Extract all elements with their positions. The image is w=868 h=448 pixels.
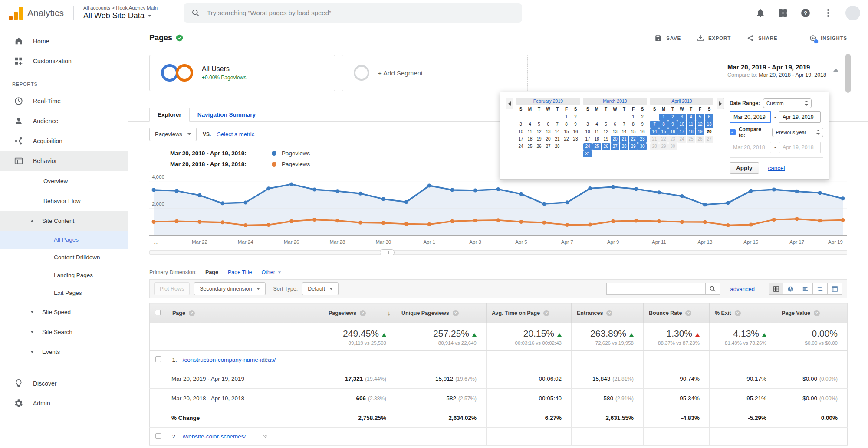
help-icon[interactable]: [189, 310, 195, 316]
page-scrollbar[interactable]: [845, 54, 851, 93]
calendar-day[interactable]: 21: [553, 136, 562, 143]
calendar-day[interactable]: 30: [638, 143, 647, 150]
help-icon[interactable]: [814, 310, 820, 316]
calendar-day[interactable]: 1: [629, 114, 638, 121]
calendar-day[interactable]: 22: [629, 136, 638, 143]
column-header-exit[interactable]: % Exit: [710, 303, 776, 323]
pivot-view-icon[interactable]: [828, 283, 842, 295]
sidebar-item-exit-pages[interactable]: Exit Pages: [0, 284, 128, 302]
calendar-day[interactable]: 18: [526, 136, 534, 143]
sort-type-dropdown[interactable]: Default: [302, 282, 339, 295]
calendar-day[interactable]: 17: [516, 136, 525, 143]
calendar-day[interactable]: 18: [687, 128, 695, 135]
avatar[interactable]: [845, 6, 860, 20]
calendar-day[interactable]: 4: [592, 121, 601, 128]
calendar-day[interactable]: 14: [650, 128, 659, 135]
column-header-unique-pageviews[interactable]: Unique Pageviews: [396, 303, 487, 323]
calendar-day[interactable]: 6: [544, 121, 552, 128]
calendar-day[interactable]: 2: [668, 114, 677, 121]
apps-grid-icon[interactable]: [778, 8, 788, 18]
sidebar-item-audience[interactable]: Audience: [0, 111, 128, 131]
sidebar-item-behavior-flow[interactable]: Behavior Flow: [0, 191, 128, 211]
open-page-icon[interactable]: [262, 434, 267, 439]
calendar-day[interactable]: 28: [553, 143, 562, 150]
calendar-day[interactable]: 5: [602, 121, 610, 128]
calendar-day[interactable]: 13: [544, 128, 552, 135]
column-header-page[interactable]: Page: [167, 303, 323, 323]
calendar-day[interactable]: 2: [638, 114, 647, 121]
calendar-day[interactable]: 24: [516, 143, 525, 150]
help-icon[interactable]: ?: [800, 8, 811, 18]
segment-all-users[interactable]: All Users +0.00% Pageviews: [149, 55, 335, 91]
column-header-entrances[interactable]: Entrances: [572, 303, 644, 323]
calendar-day[interactable]: 8: [629, 121, 638, 128]
search-bar[interactable]: [184, 3, 522, 23]
calendar-day[interactable]: 7: [650, 121, 659, 128]
calendar-day[interactable]: 20: [544, 136, 552, 143]
help-icon[interactable]: [735, 310, 741, 316]
sidebar-item-real-time[interactable]: Real-Time: [0, 91, 128, 111]
calendar-day[interactable]: 6: [705, 114, 713, 121]
calendar-day[interactable]: 11: [526, 128, 534, 135]
calendar-day[interactable]: 28: [620, 143, 628, 150]
cancel-link[interactable]: cancel: [768, 165, 785, 171]
calendar-day[interactable]: 4: [526, 121, 534, 128]
calendar-day[interactable]: 15: [659, 128, 668, 135]
primary-dimension-page-title[interactable]: Page Title: [228, 269, 252, 275]
sidebar-item-home[interactable]: Home: [0, 31, 128, 51]
add-segment-button[interactable]: + Add Segment: [342, 55, 528, 91]
calendar-day[interactable]: 16: [638, 128, 647, 135]
tab-navigation-summary[interactable]: Navigation Summary: [190, 108, 263, 121]
save-button[interactable]: SAVE: [654, 34, 681, 42]
calendar-day[interactable]: 16: [571, 128, 580, 135]
calendar-day[interactable]: 7: [620, 121, 628, 128]
compare-to-checkbox[interactable]: [730, 129, 736, 135]
chart-resize-handle[interactable]: [380, 249, 395, 255]
calendar-day[interactable]: 26: [535, 143, 543, 150]
calendar-day[interactable]: 26: [602, 143, 610, 150]
sidebar-item-all-pages[interactable]: All Pages: [0, 231, 128, 249]
calendar-day[interactable]: 3: [516, 121, 525, 128]
compare-end-date-input[interactable]: [779, 142, 821, 153]
calendar-day[interactable]: 19: [696, 128, 704, 135]
analytics-logo-icon[interactable]: [9, 6, 23, 20]
percentage-view-icon[interactable]: [783, 283, 798, 295]
calendar-day[interactable]: 14: [620, 128, 628, 135]
calendar-day[interactable]: 9: [571, 121, 580, 128]
insights-button[interactable]: INSIGHTS: [809, 34, 847, 42]
sidebar-item-site-content[interactable]: Site Content: [0, 211, 128, 231]
calendar-day[interactable]: 12: [602, 128, 610, 135]
calendar-day[interactable]: 7: [553, 121, 562, 128]
end-date-input[interactable]: [779, 111, 821, 123]
compare-start-date-input[interactable]: [730, 142, 771, 153]
calendar-day[interactable]: 8: [562, 121, 571, 128]
calendar-day[interactable]: 20: [705, 128, 713, 135]
select-metric-link[interactable]: Select a metric: [217, 131, 254, 137]
calendar-day[interactable]: 18: [592, 136, 601, 143]
calendar-prev-button[interactable]: [506, 98, 513, 109]
performance-view-icon[interactable]: [798, 283, 813, 295]
calendar-day[interactable]: 13: [705, 121, 713, 128]
calendar-day[interactable]: 3: [583, 121, 592, 128]
calendar-day[interactable]: 4: [687, 114, 695, 121]
sidebar-item-customization[interactable]: Customization: [0, 51, 128, 71]
sidebar-item-site-search[interactable]: Site Search: [0, 322, 128, 342]
sidebar-item-acquisition[interactable]: Acquisition: [0, 131, 128, 151]
search-input[interactable]: [207, 9, 514, 16]
calendar-day[interactable]: 25: [526, 143, 534, 150]
tab-explorer[interactable]: Explorer: [149, 108, 190, 122]
calendar-day[interactable]: 5: [535, 121, 543, 128]
calendar-day[interactable]: 10: [516, 128, 525, 135]
calendar-day[interactable]: 31: [583, 150, 592, 157]
calendar-day[interactable]: 6: [611, 121, 619, 128]
calendar-day[interactable]: 20: [611, 136, 619, 143]
row-checkbox[interactable]: [155, 356, 161, 362]
apply-button[interactable]: Apply: [730, 162, 759, 174]
open-page-icon[interactable]: [262, 357, 267, 363]
table-search-input[interactable]: [606, 283, 705, 295]
plot-rows-button[interactable]: Plot Rows: [154, 282, 190, 295]
calendar-day[interactable]: 29: [629, 143, 638, 150]
calendar-day[interactable]: 13: [611, 128, 619, 135]
column-header-avg-time-on-page[interactable]: Avg. Time on Page: [487, 303, 572, 323]
chart-scrollbar[interactable]: [149, 250, 847, 255]
